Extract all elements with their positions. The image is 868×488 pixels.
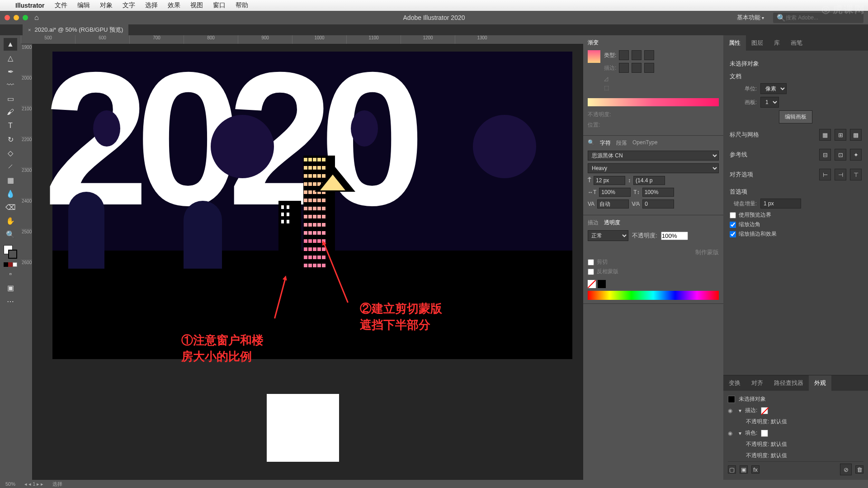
tab-opacity[interactable]: 透明度 — [604, 219, 620, 227]
eraser-tool[interactable]: ⌫ — [4, 201, 17, 213]
direct-selection-tool[interactable]: △ — [4, 52, 17, 64]
maximize-icon[interactable] — [23, 15, 28, 20]
tab-transform[interactable]: 变换 — [723, 375, 746, 391]
shape-builder-tool[interactable]: ◇ — [4, 147, 17, 159]
mac-menu-bar[interactable]: Illustrator 文件 编辑 对象 文字 选择 效果 视图 窗口 帮助 — [0, 0, 868, 11]
smart-guides-icon[interactable]: ✦ — [850, 149, 862, 161]
tab-paragraph[interactable]: 段落 — [616, 139, 627, 147]
tab-align[interactable]: 对齐 — [746, 375, 769, 391]
tab-brushes[interactable]: 画笔 — [785, 35, 808, 51]
tab-libraries[interactable]: 库 — [769, 35, 785, 51]
eyedropper-tool[interactable]: 💧 — [4, 187, 17, 200]
units-select[interactable]: 像素 — [760, 83, 787, 94]
menu-select[interactable]: 选择 — [145, 1, 158, 9]
document-tab[interactable]: × 2020.ai* @ 50% (RGB/GPU 预览) — [23, 24, 128, 35]
tab-character[interactable]: 字符 — [600, 139, 611, 147]
tab-properties[interactable]: 属性 — [723, 35, 746, 51]
fx-icon[interactable]: fx — [751, 465, 760, 474]
stroke-grad-2-icon[interactable] — [632, 63, 642, 73]
snap-grid-icon[interactable]: ⊤ — [850, 169, 862, 180]
home-icon[interactable]: ⌂ — [34, 14, 39, 22]
none-swatch-icon[interactable] — [588, 280, 596, 288]
invert-mask-checkbox[interactable] — [588, 269, 594, 275]
gradient-tool[interactable]: ▦ — [4, 174, 17, 186]
paintbrush-tool[interactable]: 🖌 — [4, 106, 17, 118]
trash-icon[interactable]: 🗑 — [855, 465, 863, 474]
chevron-down-icon[interactable]: ▾ — [739, 430, 741, 436]
font-size-input[interactable] — [594, 176, 625, 185]
stroke-grad-3-icon[interactable] — [644, 63, 654, 73]
app-name[interactable]: Illustrator — [15, 2, 45, 9]
black-swatch-icon[interactable] — [598, 280, 606, 288]
selection-tool[interactable]: ▲ — [4, 38, 17, 51]
font-weight-select[interactable]: Heavy — [588, 163, 719, 173]
char-search-icon[interactable]: 🔍 — [588, 139, 594, 147]
guides-lock-icon[interactable]: ⊡ — [835, 149, 846, 161]
stroke-grad-1-icon[interactable] — [619, 63, 629, 73]
vscale-input[interactable] — [642, 188, 674, 197]
tab-stroke[interactable]: 描边 — [588, 219, 599, 227]
kerning-input[interactable] — [597, 199, 629, 208]
edit-toolbar-icon[interactable]: ⋯ — [4, 295, 17, 308]
menu-type[interactable]: 文字 — [123, 1, 135, 9]
rotate-tool[interactable]: ↻ — [4, 133, 17, 146]
color-mode-row[interactable] — [4, 262, 17, 267]
artboard-nav[interactable]: ◂ ◂ 1 ▸ ▸ — [24, 481, 43, 487]
linear-gradient-icon[interactable] — [619, 50, 629, 60]
pen-tool[interactable]: ✒ — [4, 65, 17, 78]
type-tool[interactable]: T — [4, 119, 17, 132]
menu-object[interactable]: 对象 — [100, 1, 113, 9]
edit-artboard-button[interactable]: 编辑画板 — [779, 110, 812, 123]
clip-checkbox[interactable] — [588, 259, 594, 265]
menu-window[interactable]: 窗口 — [213, 1, 226, 9]
snap-pixel-icon[interactable]: ⊢ — [819, 169, 831, 180]
curvature-tool[interactable]: 〰 — [4, 79, 17, 91]
menu-effect[interactable]: 效果 — [168, 1, 180, 9]
radial-gradient-icon[interactable] — [632, 50, 642, 60]
close-tab-icon[interactable]: × — [28, 27, 31, 33]
new-fill-icon[interactable]: ▣ — [740, 465, 748, 474]
transparency-grid-icon[interactable]: ▩ — [850, 129, 862, 141]
hscale-input[interactable] — [599, 188, 631, 197]
tab-opentype[interactable]: OpenType — [632, 139, 657, 147]
tracking-input[interactable] — [642, 199, 674, 208]
menu-view[interactable]: 视图 — [190, 1, 203, 9]
stroke-swatch-icon[interactable] — [761, 407, 768, 414]
scale-corners-checkbox[interactable] — [730, 222, 736, 228]
window-controls[interactable] — [5, 15, 28, 20]
rectangle-tool[interactable]: ▭ — [4, 92, 17, 105]
clear-icon[interactable]: ⊘ — [840, 464, 852, 475]
draw-mode-icon[interactable]: ▣ — [4, 281, 17, 294]
menu-file[interactable]: 文件 — [55, 1, 67, 9]
ruler-icon[interactable]: ▦ — [819, 129, 831, 141]
fill-swatch-icon[interactable] — [761, 430, 768, 437]
workspace-switcher[interactable]: 基本功能 — [737, 14, 764, 22]
hand-tool[interactable]: ✋ — [4, 214, 17, 227]
artboard-select[interactable]: 1 — [760, 97, 779, 108]
zoom-level[interactable]: 50% — [5, 481, 15, 487]
zoom-tool[interactable]: 🔍 — [4, 228, 17, 241]
hue-strip[interactable] — [588, 291, 719, 300]
gradient-tab[interactable]: 渐变 — [588, 39, 599, 47]
snap-point-icon[interactable]: ⊣ — [835, 169, 846, 180]
new-stroke-icon[interactable]: ▢ — [728, 465, 736, 474]
blend-mode-select[interactable]: 正常 — [588, 230, 628, 241]
artboard[interactable]: 2020 ①注意窗户和楼房大小的比例 — [52, 52, 572, 359]
gradient-preview-icon[interactable] — [588, 50, 600, 63]
canvas[interactable]: 5006007008009001000110012001300 19002000… — [21, 35, 583, 480]
freeform-gradient-icon[interactable] — [644, 50, 654, 60]
chevron-down-icon[interactable]: ▾ — [739, 407, 741, 414]
visibility-icon[interactable]: ◉ — [728, 430, 735, 436]
guides-visibility-icon[interactable]: ⊟ — [819, 149, 831, 161]
screen-mode-icon[interactable]: ▫ — [4, 268, 17, 280]
visibility-icon[interactable]: ◉ — [728, 407, 735, 414]
fill-stroke-icon[interactable] — [4, 245, 17, 259]
minimize-icon[interactable] — [14, 15, 19, 20]
close-icon[interactable] — [5, 15, 10, 20]
leading-input[interactable] — [633, 176, 665, 185]
tab-pathfinder[interactable]: 路径查找器 — [769, 375, 809, 391]
tab-layers[interactable]: 图层 — [746, 35, 769, 51]
scale-strokes-checkbox[interactable] — [730, 231, 736, 237]
gradient-slider[interactable] — [588, 98, 719, 106]
width-tool[interactable]: ⟋ — [4, 160, 17, 173]
